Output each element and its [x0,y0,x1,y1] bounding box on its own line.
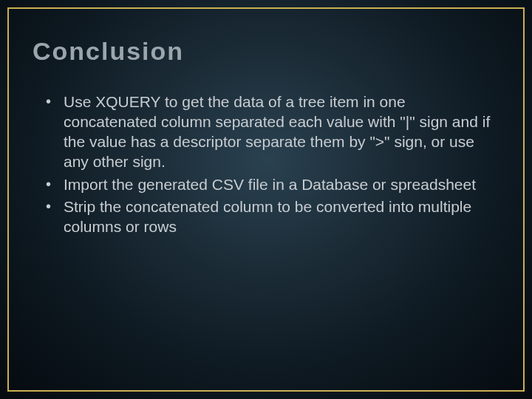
list-item: Strip the concatenated column to be conv… [46,197,499,237]
list-item: Import the generated CSV file in a Datab… [46,175,499,195]
list-item: Use XQUERY to get the data of a tree ite… [46,92,499,172]
slide-frame: Conclusion Use XQUERY to get the data of… [7,7,525,392]
slide-title: Conclusion [33,37,499,66]
bullet-list: Use XQUERY to get the data of a tree ite… [33,92,499,237]
slide-container: Conclusion Use XQUERY to get the data of… [0,0,532,399]
